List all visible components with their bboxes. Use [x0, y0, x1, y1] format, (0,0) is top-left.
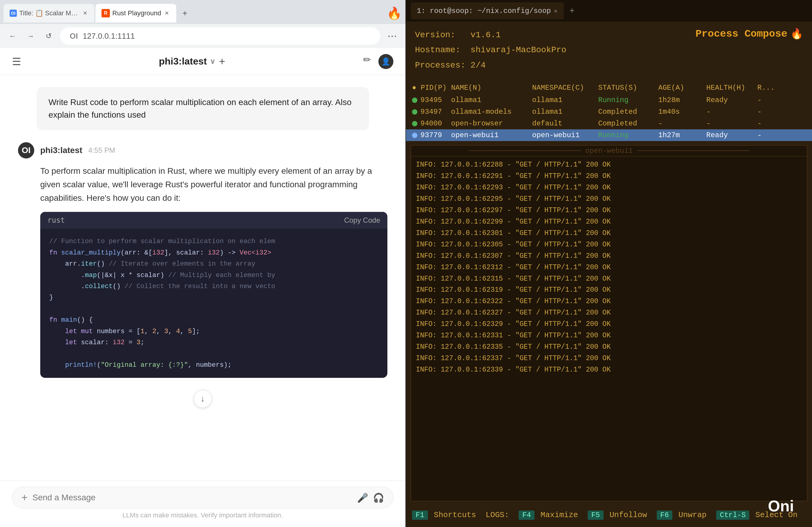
- tab-2-close[interactable]: ✕: [164, 10, 170, 16]
- log-line: INFO: 127.0.0.1:62295 - "GET / HTTP/1.1"…: [416, 194, 802, 205]
- shortcut-f4-key[interactable]: F4: [519, 511, 535, 520]
- chat-input-container: + 🎤 🎧: [12, 487, 393, 508]
- assistant-avatar: OI: [18, 142, 34, 159]
- shortcut-f4-label: Maximize: [540, 511, 578, 520]
- log-line: INFO: 127.0.0.1:62293 - "GET / HTTP/1.1"…: [416, 182, 802, 194]
- log-line: INFO: 127.0.0.1:62329 - "GET / HTTP/1.1"…: [416, 319, 802, 330]
- shortcut-f1-label: Shortcuts: [434, 511, 476, 520]
- add-conversation-button[interactable]: +: [219, 55, 225, 68]
- log-line: INFO: 127.0.0.1:62315 - "GET / HTTP/1.1"…: [416, 273, 802, 285]
- log-line: INFO: 127.0.0.1:62327 - "GET / HTTP/1.1"…: [416, 307, 802, 319]
- terminal-tab-1[interactable]: 1: root@soop: ~/nix.config/soop ✕: [411, 2, 564, 19]
- tab-1-label: Title: 📋 Scalar Multiply Arr...: [19, 9, 79, 17]
- code-line-12: println!("Original array: {:?}", numbers…: [49, 360, 378, 371]
- pc-info: Version: v1.6.1 Hostname: shivaraj-MacBo…: [415, 28, 566, 73]
- model-selector[interactable]: phi3:latest ∨: [159, 56, 215, 67]
- code-language: rust: [47, 216, 65, 225]
- message-input[interactable]: [32, 493, 352, 502]
- forward-button[interactable]: →: [24, 29, 37, 43]
- assistant-time: 4:55 PM: [88, 146, 115, 154]
- code-line-2: fn scalar_multiply(arr: &[i32], scalar: …: [49, 247, 378, 258]
- browser-panel: OI Title: 📋 Scalar Multiply Arr... ✕ R R…: [0, 0, 406, 527]
- shortcut-f5-key[interactable]: F5: [588, 511, 604, 520]
- edit-icon[interactable]: ✏: [363, 54, 371, 69]
- refresh-button[interactable]: ↺: [42, 29, 55, 43]
- user-message: Write Rust code to perform scalar multip…: [37, 87, 369, 130]
- process-compose-flame-icon: 🔥: [791, 28, 803, 40]
- status-dot-4: [412, 133, 417, 138]
- url-bar[interactable]: OI 127.0.0.1:1111: [60, 27, 380, 45]
- terminal-tab-close[interactable]: ✕: [554, 7, 557, 15]
- process-compose-header: Version: v1.6.1 Hostname: shivaraj-MacBo…: [406, 21, 812, 81]
- log-line: INFO: 127.0.0.1:62322 - "GET / HTTP/1.1"…: [416, 296, 802, 307]
- log-line: INFO: 127.0.0.1:62337 - "GET / HTTP/1.1"…: [416, 353, 802, 364]
- back-button[interactable]: ←: [6, 29, 19, 43]
- header-actions: ✏ 👤: [363, 54, 393, 69]
- browser-chrome: OI Title: 📋 Scalar Multiply Arr... ✕ R R…: [0, 0, 405, 48]
- model-chevron-icon: ∨: [210, 57, 215, 66]
- scroll-down-button[interactable]: ↓: [194, 390, 212, 408]
- user-avatar[interactable]: 👤: [378, 54, 393, 69]
- shortcut-f5-label: Unfollow: [610, 511, 647, 520]
- process-row-3[interactable]: 94000 open-browser default Completed - -…: [406, 118, 812, 129]
- sidebar-toggle-button[interactable]: ☰: [12, 56, 21, 67]
- chat-app: ☰ phi3:latest ∨ + ✏ 👤 Write Rust code to…: [0, 48, 405, 527]
- process-row-1[interactable]: 93495 ollama1 ollama1 Running 1h28m Read…: [406, 94, 812, 106]
- mic-button[interactable]: 🎤: [357, 493, 368, 503]
- code-line-4: .map(|&x| x * scalar) // Multiply each e…: [49, 270, 378, 281]
- code-line-10: let scalar: i32 = 3;: [49, 337, 378, 348]
- tab-2-favicon: R: [102, 9, 110, 17]
- attach-button[interactable]: +: [21, 491, 28, 504]
- code-line-7: [49, 303, 378, 315]
- browser-flame-icon: 🔥: [387, 6, 402, 20]
- user-message-text: Write Rust code to perform scalar multip…: [49, 97, 352, 119]
- oni-label: Oni: [768, 497, 794, 515]
- terminal-new-tab-button[interactable]: +: [565, 4, 580, 18]
- log-line: INFO: 127.0.0.1:62291 - "GET / HTTP/1.1"…: [416, 171, 802, 182]
- tab-1-close[interactable]: ✕: [82, 10, 88, 16]
- code-line-5: .collect() // Collect the result into a …: [49, 281, 378, 292]
- log-title-bar: ────────────────────────── open-webui1 ─…: [411, 146, 807, 156]
- shortcut-f6-key[interactable]: F6: [657, 511, 673, 520]
- code-line-8: fn main() {: [49, 315, 378, 326]
- tab-2[interactable]: R Rust Playground ✕: [96, 4, 176, 22]
- process-row-2[interactable]: 93497 ollama1-models ollama1 Completed 1…: [406, 106, 812, 118]
- chat-messages[interactable]: Write Rust code to perform scalar multip…: [0, 75, 405, 481]
- chat-header: ☰ phi3:latest ∨ + ✏ 👤: [0, 48, 405, 75]
- code-line-3: arr.iter() // Iterate over elements in t…: [49, 258, 378, 270]
- model-name: phi3:latest: [159, 56, 207, 67]
- audio-button[interactable]: 🎧: [373, 493, 384, 503]
- tab-1[interactable]: OI Title: 📋 Scalar Multiply Arr... ✕: [4, 4, 94, 22]
- disclaimer-text: LLMs can make mistakes. Verify important…: [12, 508, 393, 524]
- code-header: rust Copy Code: [40, 212, 387, 229]
- assistant-message: OI phi3:latest 4:55 PM To perform scalar…: [18, 142, 387, 414]
- process-compose-title: Process Compose: [695, 28, 787, 40]
- terminal-tab-bar: 1: root@soop: ~/nix.config/soop ✕ +: [406, 0, 812, 21]
- assistant-header: OI phi3:latest 4:55 PM: [18, 142, 387, 159]
- code-line-11: [49, 348, 378, 359]
- chat-input-area: + 🎤 🎧 LLMs can make mistakes. Verify imp…: [0, 481, 405, 527]
- url-prefix: OI: [70, 31, 78, 41]
- browser-menu-button[interactable]: ⋯: [385, 28, 400, 44]
- shortcut-f1-key[interactable]: F1: [412, 511, 428, 520]
- process-row-4[interactable]: 93779 open-webui1 open-webui1 Running 1h…: [406, 129, 812, 141]
- code-block: rust Copy Code // Function to perform sc…: [40, 212, 387, 378]
- log-section: ────────────────────────── open-webui1 ─…: [411, 145, 807, 501]
- status-dot-3: [412, 121, 417, 126]
- tab-bar: OI Title: 📋 Scalar Multiply Arr... ✕ R R…: [0, 0, 405, 24]
- status-dot-1: [412, 97, 417, 103]
- assistant-intro-text: To perform scalar multiplication in Rust…: [18, 164, 387, 205]
- log-content: INFO: 127.0.0.1:62288 - "GET / HTTP/1.1"…: [411, 156, 807, 379]
- log-line: INFO: 127.0.0.1:62339 - "GET / HTTP/1.1"…: [416, 364, 802, 376]
- shortcut-ctrls-key[interactable]: Ctrl-S: [716, 511, 749, 520]
- log-line: INFO: 127.0.0.1:62288 - "GET / HTTP/1.1"…: [416, 159, 802, 171]
- copy-code-button[interactable]: Copy Code: [344, 216, 380, 225]
- log-line: INFO: 127.0.0.1:62307 - "GET / HTTP/1.1"…: [416, 251, 802, 262]
- terminal-tab-label: 1: root@soop: ~/nix.config/soop: [417, 7, 551, 15]
- process-table-header: ● PID(P) NAME(N) NAMESPACE(C) STATUS(S) …: [406, 81, 812, 94]
- url-text: 127.0.0.1:1111: [83, 31, 371, 41]
- code-body: // Function to perform scalar multiplica…: [40, 229, 387, 378]
- new-tab-button[interactable]: +: [177, 6, 192, 21]
- status-dot-2: [412, 109, 417, 115]
- code-line-9: let mut numbers = [1, 2, 3, 4, 5];: [49, 326, 378, 337]
